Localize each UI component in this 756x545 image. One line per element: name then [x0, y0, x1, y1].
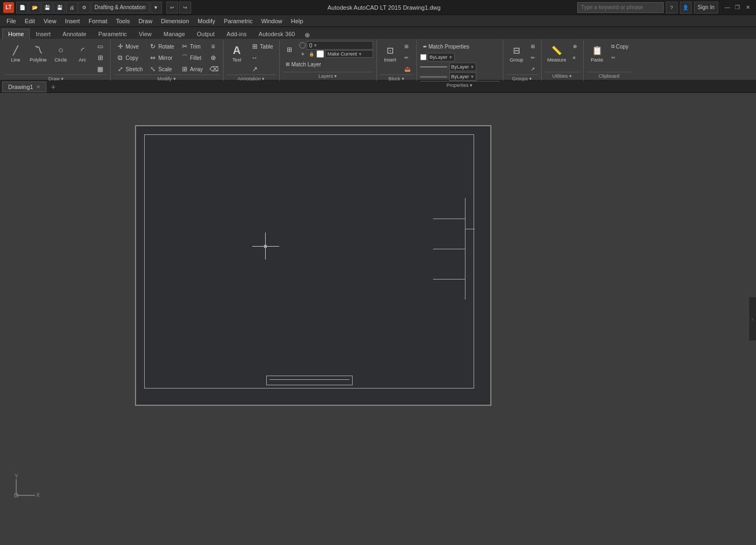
leader-tool[interactable]: ↗: [248, 64, 276, 74]
menu-window[interactable]: Window: [257, 17, 287, 25]
tab-manage[interactable]: Manage: [158, 29, 191, 39]
work-area[interactable]: Y X ›: [0, 93, 756, 545]
linetype-dropdown[interactable]: ByLayer▼: [449, 63, 477, 71]
list-btn[interactable]: ≡: [570, 52, 580, 63]
tab-parametric[interactable]: Parametric: [92, 29, 133, 39]
undo-btn[interactable]: ↩: [166, 2, 178, 13]
color-layer-btn[interactable]: [316, 50, 324, 58]
modify-more3[interactable]: ⌫: [207, 64, 220, 74]
wblock-btn[interactable]: 📤: [402, 64, 413, 74]
right-panel-collapse[interactable]: ›: [748, 297, 756, 340]
id-btn[interactable]: ⊕: [570, 41, 580, 52]
menu-modify[interactable]: Modify: [193, 17, 219, 25]
group-sel-btn[interactable]: ↗: [528, 64, 538, 74]
doc-tab-close[interactable]: ✕: [36, 84, 40, 90]
minimize-btn[interactable]: —: [723, 3, 732, 12]
redo-btn[interactable]: ↪: [179, 2, 191, 13]
match-properties-btn[interactable]: ✒ Match Properties: [420, 41, 473, 52]
block-editor-btn[interactable]: ✏: [402, 52, 413, 63]
open-file-btn[interactable]: 📂: [29, 2, 40, 13]
insert-block-btn[interactable]: ⊡ Insert: [380, 41, 401, 65]
polyline-tool[interactable]: 〽 Polyline: [27, 41, 50, 65]
ribbon-group-utilities: 📏 Measure ⊕ ≡ Utilities ▾: [542, 40, 584, 81]
menu-format[interactable]: Format: [84, 17, 112, 25]
tab-extra[interactable]: ⊕: [301, 31, 314, 39]
sign-in-btn[interactable]: Sign In: [694, 2, 718, 13]
copy-tool[interactable]: ⧉ Copy: [114, 52, 146, 63]
save-as-btn[interactable]: 💾: [53, 2, 65, 13]
save-btn[interactable]: 💾: [41, 2, 53, 13]
new-file-btn[interactable]: 📄: [16, 2, 28, 13]
cut-btn[interactable]: ✂: [609, 52, 631, 63]
tab-output[interactable]: Output: [191, 29, 221, 39]
match-props-icon: ✒: [423, 44, 427, 50]
tab-home[interactable]: Home: [2, 29, 30, 39]
user-btn[interactable]: 👤: [680, 2, 692, 13]
group-edit-btn[interactable]: ✏: [528, 52, 538, 63]
menu-dimension[interactable]: Dimension: [157, 17, 193, 25]
ribbon-group-draw: ╱ Line 〽 Polyline ○ Circle ◜ Arc ▭: [2, 40, 111, 81]
drawing-canvas[interactable]: [135, 125, 491, 406]
new-doc-tab-btn[interactable]: +: [48, 81, 58, 92]
stretch-tool[interactable]: ⤢ Stretch: [114, 64, 146, 74]
help-btn[interactable]: ?: [666, 2, 678, 13]
draw-more-3[interactable]: ▦: [94, 64, 107, 74]
search-box[interactable]: [577, 2, 664, 13]
horiz-line-2: [433, 249, 465, 249]
copy-clipboard-btn[interactable]: ⧉ Copy: [609, 41, 631, 52]
menu-parametric[interactable]: Parametric: [219, 17, 256, 25]
move-tool[interactable]: ✛ Move: [114, 41, 146, 52]
measure-btn[interactable]: 📏 Measure: [545, 41, 569, 65]
tab-autodesk360[interactable]: Autodesk 360: [253, 29, 301, 39]
modify-more2[interactable]: ⊕: [207, 52, 220, 63]
menu-tools[interactable]: Tools: [112, 17, 134, 25]
group-btn[interactable]: ⊟ Group: [507, 41, 527, 65]
tab-addins[interactable]: Add-ins: [221, 29, 253, 39]
doc-tab-drawing1[interactable]: Drawing1 ✕: [2, 81, 46, 92]
modify-more1[interactable]: ≡: [207, 41, 220, 52]
close-btn[interactable]: ✕: [743, 3, 753, 12]
workspace-btn[interactable]: ⚙: [78, 2, 90, 13]
menu-view[interactable]: View: [39, 17, 61, 25]
table-tool[interactable]: ⊞ Table: [248, 41, 276, 52]
menu-insert[interactable]: Insert: [60, 17, 84, 25]
array-tool[interactable]: ⊞ Array: [178, 64, 206, 74]
dim-tool[interactable]: ↔: [248, 52, 276, 63]
text-tool[interactable]: A Text: [227, 41, 247, 65]
menu-help[interactable]: Help: [287, 17, 308, 25]
layer-properties-btn[interactable]: ⊞: [283, 44, 298, 55]
color-dropdown[interactable]: ByLayer▼: [428, 53, 455, 62]
layer-combo[interactable]: 0 ▼: [307, 41, 373, 50]
print-btn[interactable]: 🖨: [66, 2, 78, 13]
workspace-dropdown[interactable]: ▼: [150, 2, 162, 13]
match-layer-btn[interactable]: ⊠ Match Layer: [283, 59, 324, 70]
lock-layer-btn[interactable]: 🔒: [308, 50, 315, 58]
maximize-btn[interactable]: ❐: [733, 3, 742, 12]
circle-tool[interactable]: ○ Circle: [51, 41, 71, 65]
tab-insert[interactable]: Insert: [30, 29, 57, 39]
draw-more-2[interactable]: ⊞: [94, 52, 107, 63]
menu-file[interactable]: File: [2, 17, 21, 25]
make-current-combo[interactable]: Make Current▼: [325, 50, 373, 58]
workspace-label-btn[interactable]: Drafting & Annotation: [91, 2, 150, 13]
scale-tool[interactable]: ⤡ Scale: [146, 64, 177, 74]
arc-icon: ◜: [75, 43, 90, 58]
mirror-tool[interactable]: ⇔ Mirror: [146, 52, 177, 63]
move-icon: ✛: [117, 43, 124, 50]
draw-more-1[interactable]: ▭: [94, 41, 107, 52]
paste-btn[interactable]: 📋 Paste: [587, 41, 608, 65]
ungroup-btn[interactable]: ⊞: [528, 41, 538, 52]
lineweight-dropdown[interactable]: ByLayer▼: [449, 72, 477, 81]
freeze-layer-btn[interactable]: ☀: [299, 50, 307, 58]
trim-tool[interactable]: ✂ Trim: [178, 41, 206, 52]
tab-annotate[interactable]: Annotate: [57, 29, 92, 39]
properties-group-label: Properties ▾: [420, 81, 500, 89]
tab-view[interactable]: View: [133, 29, 158, 39]
rotate-tool[interactable]: ↻ Rotate: [146, 41, 177, 52]
menu-draw[interactable]: Draw: [134, 17, 157, 25]
create-block-btn[interactable]: ⊞: [402, 41, 413, 52]
menu-edit[interactable]: Edit: [21, 17, 39, 25]
fillet-tool[interactable]: ⌒ Fillet: [178, 52, 206, 63]
line-tool[interactable]: ╱ Line: [5, 41, 26, 65]
arc-tool[interactable]: ◜ Arc: [72, 41, 93, 65]
